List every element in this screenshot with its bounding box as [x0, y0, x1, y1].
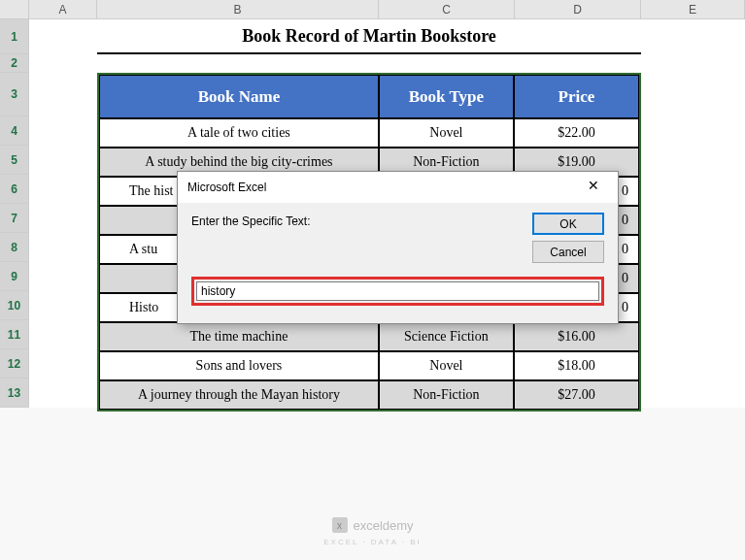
row-header-8[interactable]: 8 [0, 233, 29, 262]
row-header-9[interactable]: 9 [0, 262, 29, 291]
dialog-title-text: Microsoft Excel [187, 181, 266, 194]
col-header-A[interactable]: A [29, 0, 97, 18]
column-headers: A B C D E [0, 0, 745, 19]
table-row: The time machine Science Fiction $16.00 [99, 322, 639, 351]
cell-price[interactable]: $18.00 [514, 351, 639, 380]
ok-button[interactable]: OK [532, 213, 604, 235]
cell-book-type[interactable]: Non-Fiction [379, 380, 514, 410]
col-header-C[interactable]: C [379, 0, 515, 18]
cell-price[interactable]: $16.00 [514, 322, 639, 351]
row-header-4[interactable]: 4 [0, 116, 29, 146]
specific-text-input[interactable] [196, 281, 599, 301]
watermark: x exceldemy [331, 517, 413, 533]
col-header-D[interactable]: D [515, 0, 641, 18]
row-header-7[interactable]: 7 [0, 204, 29, 233]
cell-book-type[interactable]: Novel [379, 351, 514, 380]
col-header-B[interactable]: B [97, 0, 379, 18]
row-header-2[interactable]: 2 [0, 54, 29, 73]
watermark-text: exceldemy [353, 518, 413, 533]
cell-book-name[interactable]: Sons and lovers [99, 351, 379, 380]
table-row: A journey through the Mayan history Non-… [99, 380, 639, 410]
watermark-icon: x [331, 517, 347, 533]
cell-book-name[interactable]: A journey through the Mayan history [99, 380, 379, 410]
row-header-10[interactable]: 10 [0, 291, 29, 320]
col-header-E[interactable]: E [641, 0, 745, 18]
watermark-sub: EXCEL · DATA · BI [323, 538, 422, 546]
close-icon[interactable]: ✕ [579, 178, 608, 197]
select-all-corner[interactable] [0, 0, 29, 18]
cell-book-type[interactable]: Novel [379, 118, 514, 148]
page-title[interactable]: Book Record of Martin Bookstore [97, 19, 641, 54]
cell-price[interactable]: $22.00 [514, 118, 639, 148]
dialog-input-highlight [191, 277, 604, 306]
row-header-11[interactable]: 11 [0, 320, 29, 349]
header-book-type[interactable]: Book Type [379, 75, 514, 118]
dialog-body: Enter the Specific Text: OK Cancel [178, 203, 618, 323]
cancel-button[interactable]: Cancel [532, 241, 604, 263]
header-book-name[interactable]: Book Name [99, 75, 379, 118]
table-header-row: Book Name Book Type Price [99, 75, 639, 118]
row-header-6[interactable]: 6 [0, 175, 29, 204]
header-price[interactable]: Price [514, 75, 639, 118]
cell-price[interactable]: $27.00 [514, 380, 639, 410]
input-dialog: Microsoft Excel ✕ Enter the Specific Tex… [177, 171, 619, 324]
cell-book-name[interactable]: A tale of two cities [99, 118, 379, 148]
cell-book-type[interactable]: Science Fiction [379, 322, 514, 351]
row-header-5[interactable]: 5 [0, 146, 29, 175]
row-headers: 1 2 3 4 5 6 7 8 9 10 11 12 13 [0, 19, 29, 408]
dialog-titlebar[interactable]: Microsoft Excel ✕ [178, 172, 618, 203]
row-header-13[interactable]: 13 [0, 379, 29, 408]
cell-book-name[interactable]: The time machine [99, 322, 379, 351]
table-row: Sons and lovers Novel $18.00 [99, 351, 639, 380]
row-header-3[interactable]: 3 [0, 73, 29, 116]
row-header-12[interactable]: 12 [0, 349, 29, 379]
table-row: A tale of two cities Novel $22.00 [99, 118, 639, 148]
row-header-1[interactable]: 1 [0, 19, 29, 54]
